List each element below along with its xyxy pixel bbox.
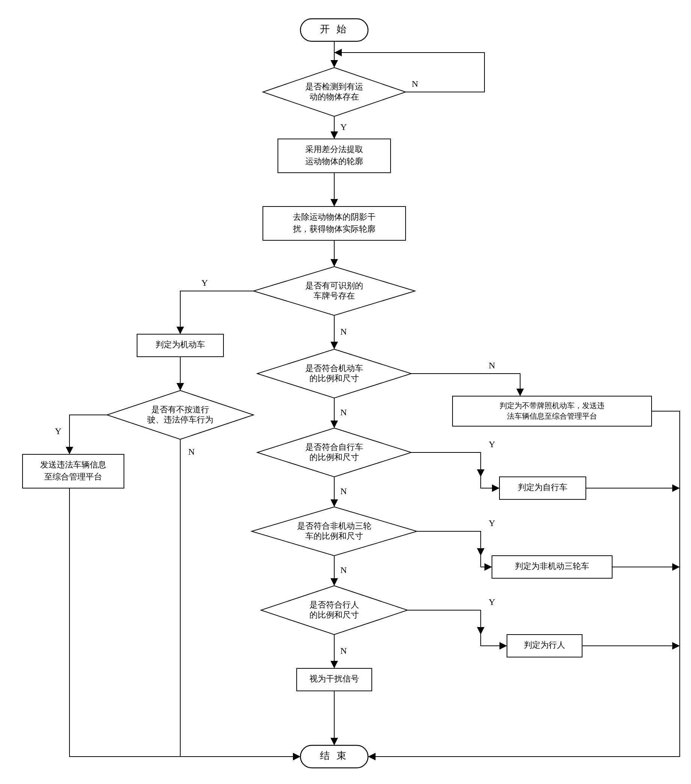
svg-rect-25 <box>452 396 651 426</box>
label-n-illegal: N <box>188 447 195 456</box>
svg-text:视为干扰信号: 视为干扰信号 <box>310 674 359 684</box>
svg-text:的比例和尺寸: 的比例和尺寸 <box>310 453 359 462</box>
svg-text:判定为不带牌照机动车，发送违: 判定为不带牌照机动车，发送违 <box>500 401 605 410</box>
decision-pedestrian-size: 是否符合行人 的比例和尺寸 <box>261 586 407 634</box>
svg-text:是否符合自行车: 是否符合自行车 <box>305 442 363 452</box>
svg-text:判定为行人: 判定为行人 <box>524 640 565 650</box>
svg-text:是否有可识别的: 是否有可识别的 <box>305 281 363 290</box>
svg-text:是否符合非机动三轮: 是否符合非机动三轮 <box>297 521 371 530</box>
process-is-motor-vehicle: 判定为机动车 <box>137 334 223 357</box>
svg-text:去除运动物体的阴影干: 去除运动物体的阴影干 <box>293 212 376 222</box>
decision-motion-detected: 是否检测到有运 动的物体存在 <box>263 68 406 116</box>
start-terminal: 开 始 <box>300 19 368 41</box>
process-shadow-removal: 去除运动物体的阴影干 扰，获得物体实际轮廓 <box>263 206 406 240</box>
svg-text:扰，获得物体实际轮廓: 扰，获得物体实际轮廓 <box>292 224 376 234</box>
decision-motor-size: 是否符合机动车 的比例和尺寸 <box>257 349 411 398</box>
svg-text:是否符合行人: 是否符合行人 <box>310 600 359 609</box>
svg-text:车的比例和尺寸: 车的比例和尺寸 <box>305 531 363 541</box>
svg-text:车牌号存在: 车牌号存在 <box>313 291 355 300</box>
svg-rect-19 <box>23 455 124 488</box>
label-n-loop: N <box>412 79 418 89</box>
svg-text:结 束: 结 束 <box>320 750 349 761</box>
label-y-bike: Y <box>488 439 495 449</box>
decision-plate-exists: 是否有可识别的 车牌号存在 <box>254 267 415 315</box>
svg-text:是否有不按道行: 是否有不按道行 <box>151 405 209 414</box>
svg-rect-5 <box>278 139 391 173</box>
svg-text:的比例和尺寸: 的比例和尺寸 <box>310 374 359 383</box>
process-noise-signal: 视为干扰信号 <box>297 668 372 691</box>
svg-text:至综合管理平台: 至综合管理平台 <box>44 472 102 481</box>
svg-text:法车辆信息至综合管理平台: 法车辆信息至综合管理平台 <box>507 412 597 420</box>
svg-text:开 始: 开 始 <box>320 24 349 35</box>
decision-tricycle-size: 是否符合非机动三轮 车的比例和尺寸 <box>252 507 417 556</box>
svg-text:动的物体存在: 动的物体存在 <box>310 92 359 101</box>
label-n-tricycle: N <box>340 565 346 575</box>
process-unlicensed-motor: 判定为不带牌照机动车，发送违 法车辆信息至综合管理平台 <box>452 396 651 426</box>
process-is-pedestrian: 判定为行人 <box>507 634 582 657</box>
label-n-motorsize: N <box>488 361 495 370</box>
label-y-plate: Y <box>201 278 208 288</box>
svg-text:判定为非机动三轮车: 判定为非机动三轮车 <box>515 561 589 571</box>
svg-text:判定为机动车: 判定为机动车 <box>155 340 205 349</box>
label-n-plate: N <box>340 327 346 336</box>
svg-text:采用差分法提取: 采用差分法提取 <box>305 145 363 154</box>
label-n-ped: N <box>340 646 346 656</box>
label-y-ped: Y <box>488 597 495 607</box>
label-n-bike: N <box>340 486 346 496</box>
label-y-tricycle: Y <box>488 518 495 528</box>
svg-text:是否检测到有运: 是否检测到有运 <box>305 82 363 91</box>
svg-text:驶、违法停车行为: 驶、违法停车行为 <box>147 415 213 424</box>
label-y-motion: Y <box>340 122 346 132</box>
decision-illegal-driving: 是否有不按道行 驶、违法停车行为 <box>107 390 254 439</box>
process-send-illegal-info: 发送违法车辆信息 至综合管理平台 <box>23 455 124 488</box>
svg-text:是否符合机动车: 是否符合机动车 <box>305 364 363 373</box>
label-n-motorsize-down: N <box>340 407 346 417</box>
decision-bicycle-size: 是否符合自行车 的比例和尺寸 <box>257 428 411 477</box>
process-is-bicycle: 判定为自行车 <box>500 477 586 499</box>
svg-text:运动物体的轮廓: 运动物体的轮廓 <box>305 156 363 166</box>
process-is-tricycle: 判定为非机动三轮车 <box>492 556 612 578</box>
end-terminal: 结 束 <box>300 745 368 768</box>
process-difference-extract: 采用差分法提取 运动物体的轮廓 <box>278 139 391 173</box>
svg-rect-8 <box>263 206 406 240</box>
svg-text:的比例和尺寸: 的比例和尺寸 <box>310 610 359 619</box>
svg-text:发送违法车辆信息: 发送违法车辆信息 <box>40 460 106 469</box>
label-y-illegal: Y <box>55 426 61 436</box>
svg-text:判定为自行车: 判定为自行车 <box>518 483 567 492</box>
